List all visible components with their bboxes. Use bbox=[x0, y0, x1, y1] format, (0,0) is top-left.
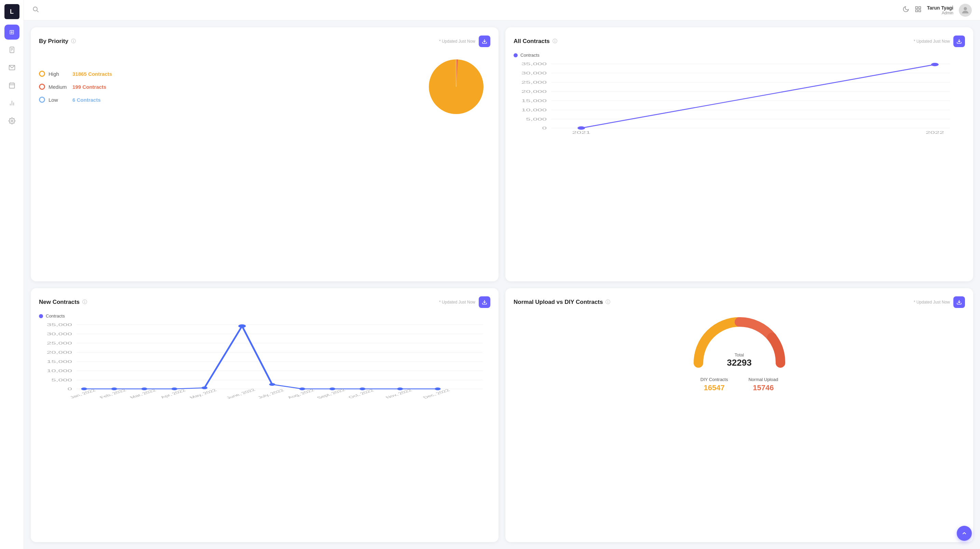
sidebar-item-analytics[interactable] bbox=[5, 95, 19, 111]
search-icon[interactable] bbox=[32, 6, 39, 14]
svg-point-73 bbox=[434, 387, 441, 390]
new-contracts-updated: * Updated Just Now bbox=[439, 300, 475, 305]
user-name: Tarun Tyagi bbox=[927, 5, 953, 11]
upload-vs-diy-card: Normal Upload vs DIY Contracts ⓘ * Updat… bbox=[505, 288, 973, 542]
svg-point-65 bbox=[171, 387, 177, 390]
normal-value: 15746 bbox=[748, 383, 778, 392]
svg-point-72 bbox=[397, 387, 403, 390]
upload-vs-diy-header: Normal Upload vs DIY Contracts ⓘ * Updat… bbox=[514, 296, 965, 308]
by-priority-title-row: By Priority ⓘ bbox=[39, 38, 76, 45]
gauge-container: Total 32293 DIY Contracts 16547 Normal U… bbox=[514, 313, 965, 392]
svg-text:30,000: 30,000 bbox=[47, 332, 72, 336]
main-content: Tarun Tyagi Admin By Priority ⓘ * Update… bbox=[24, 0, 980, 549]
svg-rect-5 bbox=[9, 83, 14, 88]
svg-text:10,000: 10,000 bbox=[47, 369, 72, 373]
sidebar-item-home[interactable]: ⊞ bbox=[5, 25, 19, 40]
new-contracts-card: New Contracts ⓘ * Updated Just Now Contr… bbox=[31, 288, 498, 542]
user-info: Tarun Tyagi Admin bbox=[927, 5, 953, 15]
svg-text:Oct, 2022: Oct, 2022 bbox=[347, 389, 375, 399]
by-priority-card-header: By Priority ⓘ * Updated Just Now bbox=[39, 35, 490, 47]
all-contracts-legend-dot bbox=[514, 53, 518, 57]
sidebar-item-settings[interactable] bbox=[5, 113, 19, 129]
upload-vs-diy-updated: * Updated Just Now bbox=[914, 300, 950, 305]
svg-point-64 bbox=[141, 387, 147, 390]
all-contracts-download-btn[interactable] bbox=[953, 35, 965, 47]
svg-point-62 bbox=[81, 387, 87, 390]
theme-toggle-icon[interactable] bbox=[902, 6, 909, 14]
by-priority-info-icon[interactable]: ⓘ bbox=[71, 38, 76, 44]
all-contracts-info-icon[interactable]: ⓘ bbox=[552, 38, 557, 44]
svg-point-67 bbox=[238, 324, 246, 328]
priority-legend: High 31865 Contracts Medium 199 Contract… bbox=[39, 71, 415, 103]
diy-legend-item: DIY Contracts 16547 bbox=[700, 377, 728, 392]
svg-point-66 bbox=[202, 387, 208, 389]
upload-vs-diy-info-icon[interactable]: ⓘ bbox=[606, 299, 610, 305]
svg-rect-15 bbox=[915, 7, 918, 9]
by-priority-download-btn[interactable] bbox=[479, 35, 490, 47]
svg-text:20,000: 20,000 bbox=[47, 350, 72, 354]
all-contracts-meta: * Updated Just Now bbox=[914, 35, 965, 47]
by-priority-updated: * Updated Just Now bbox=[439, 39, 475, 44]
svg-point-12 bbox=[11, 120, 13, 122]
new-contracts-download-btn[interactable] bbox=[479, 296, 490, 308]
upload-vs-diy-title-row: Normal Upload vs DIY Contracts ⓘ bbox=[514, 299, 610, 306]
svg-point-19 bbox=[964, 7, 967, 10]
new-contracts-title: New Contracts bbox=[39, 299, 80, 306]
svg-text:20,000: 20,000 bbox=[522, 89, 547, 94]
svg-text:0: 0 bbox=[542, 126, 546, 130]
sidebar-item-inbox[interactable] bbox=[5, 60, 19, 75]
svg-point-13 bbox=[33, 7, 37, 11]
new-contracts-legend-dot bbox=[39, 314, 43, 318]
medium-value: 199 Contracts bbox=[72, 84, 106, 90]
svg-rect-16 bbox=[918, 7, 921, 9]
all-contracts-legend-label: Contracts bbox=[520, 52, 539, 58]
svg-text:May, 2022: May, 2022 bbox=[188, 388, 218, 399]
svg-point-69 bbox=[299, 387, 305, 390]
svg-line-14 bbox=[37, 11, 38, 12]
new-contracts-info-icon[interactable]: ⓘ bbox=[82, 299, 87, 305]
diy-value: 16547 bbox=[700, 383, 728, 392]
svg-text:2022: 2022 bbox=[926, 130, 944, 135]
avatar bbox=[959, 4, 972, 17]
legend-item-low: Low 6 Contracts bbox=[39, 97, 415, 103]
new-contracts-chart: 35,000 30,000 25,000 20,000 15,000 10,00… bbox=[39, 321, 490, 397]
header-actions: Tarun Tyagi Admin bbox=[902, 4, 972, 17]
svg-text:Jan, 2022: Jan, 2022 bbox=[68, 389, 97, 399]
svg-line-40 bbox=[581, 65, 935, 128]
all-contracts-card-header: All Contracts ⓘ * Updated Just Now bbox=[514, 35, 965, 47]
svg-text:Apr, 2022: Apr, 2022 bbox=[159, 389, 187, 399]
user-role: Admin bbox=[942, 11, 953, 15]
sidebar-logo: L bbox=[5, 4, 19, 19]
normal-label: Normal Upload bbox=[748, 377, 778, 382]
svg-point-42 bbox=[931, 63, 939, 66]
diy-label: DIY Contracts bbox=[700, 377, 728, 382]
all-contracts-title: All Contracts bbox=[514, 38, 550, 45]
high-dot bbox=[39, 71, 45, 77]
upload-vs-diy-title: Normal Upload vs DIY Contracts bbox=[514, 299, 603, 306]
upload-vs-diy-download-btn[interactable] bbox=[953, 296, 965, 308]
scroll-up-button[interactable] bbox=[957, 526, 972, 541]
header: Tarun Tyagi Admin bbox=[24, 0, 980, 21]
dashboard: By Priority ⓘ * Updated Just Now High 31… bbox=[24, 21, 980, 549]
upload-vs-diy-meta: * Updated Just Now bbox=[914, 296, 965, 308]
svg-point-70 bbox=[329, 387, 336, 390]
gauge-legend: DIY Contracts 16547 Normal Upload 15746 bbox=[700, 377, 778, 392]
sidebar-item-calendar[interactable] bbox=[5, 78, 19, 93]
low-value: 6 Contracts bbox=[72, 97, 101, 103]
svg-text:15,000: 15,000 bbox=[47, 360, 72, 363]
all-contracts-chart: 35,000 30,000 25,000 20,000 15,000 10,00… bbox=[514, 60, 965, 136]
svg-point-63 bbox=[111, 387, 117, 390]
sidebar-item-documents[interactable] bbox=[5, 42, 19, 57]
svg-point-68 bbox=[269, 383, 275, 386]
gauge-total-label: Total bbox=[727, 352, 751, 357]
by-priority-meta: * Updated Just Now bbox=[439, 35, 490, 47]
normal-legend-item: Normal Upload 15746 bbox=[748, 377, 778, 392]
priority-pie-chart bbox=[422, 52, 490, 121]
svg-text:0: 0 bbox=[67, 387, 72, 391]
new-contracts-legend: Contracts bbox=[39, 313, 490, 319]
svg-text:30,000: 30,000 bbox=[522, 71, 547, 75]
svg-text:July, 2022: July, 2022 bbox=[256, 389, 285, 399]
high-label: High bbox=[49, 71, 69, 77]
grid-icon[interactable] bbox=[915, 6, 921, 14]
gauge-chart: Total 32293 bbox=[688, 313, 791, 371]
